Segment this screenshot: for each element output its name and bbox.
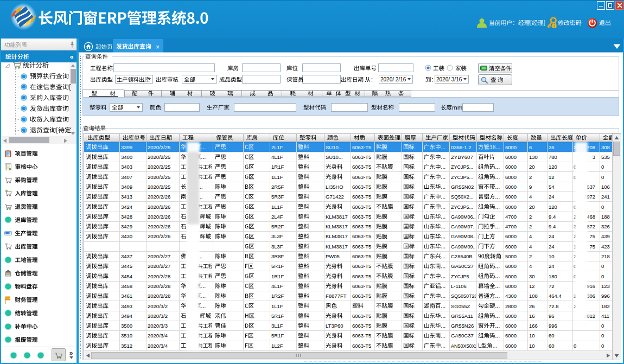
svg-text:3510: 3510 [121,333,132,339]
svg-text:3500: 3500 [121,323,132,329]
svg-text:2020/2/28: 2020/2/28 [148,273,170,279]
svg-text:1L2F: 1L2F [271,343,283,349]
svg-text:4700: 4700 [505,214,517,220]
svg-text:2020/2/28: 2020/2/28 [148,293,170,299]
svg-text:3399: 3399 [121,144,132,150]
svg-text:6000: 6000 [505,233,517,239]
svg-text:537: 537 [587,184,595,190]
svg-text:0: 0 [601,204,604,210]
svg-text:26: 26 [529,303,535,309]
svg-text:106: 106 [601,184,610,190]
svg-text:×: × [156,43,160,51]
svg-text:411: 411 [601,313,609,319]
svg-text:GA90M06...: GA90M06... [451,214,477,220]
svg-text:96: 96 [549,313,555,319]
svg-text:6063-T5: 6063-T5 [352,144,371,150]
svg-text:2: 2 [529,223,532,229]
svg-text:6063-T5: 6063-T5 [352,244,371,250]
svg-text:6000: 6000 [505,244,517,250]
svg-text:6000: 6000 [505,194,517,200]
svg-text:1L1F: 1L1F [271,303,283,309]
svg-text:1R1F: 1R1F [271,273,284,279]
svg-text:SU10...: SU10... [326,144,343,150]
svg-text:6000: 6000 [505,323,517,329]
svg-text:0: 0 [601,164,604,170]
svg-text:2020/3/4: 2020/3/4 [148,333,168,339]
svg-text:3400: 3400 [121,154,132,160]
svg-text:2020/3/3: 2020/3/3 [148,323,168,329]
svg-text:2: 2 [529,174,532,180]
svg-text:ZYBY607: ZYBY607 [451,154,473,160]
svg-text:2L4F: 2L4F [271,214,283,220]
svg-text:3494: 3494 [121,313,132,319]
svg-text:306: 306 [587,293,595,299]
svg-text:GR55A11: GR55A11 [451,313,473,319]
svg-text:2020/3/2: 2020/3/2 [148,303,168,309]
svg-text:5R1F: 5R1F [271,333,284,339]
svg-text:872: 872 [587,223,595,229]
svg-text:ZYCJP5...: ZYCJP5... [451,274,473,279]
svg-text:KLM3817: KLM3817 [326,214,348,220]
svg-text:3429: 3429 [121,223,132,229]
svg-text:L-1106: L-1106 [451,283,467,289]
svg-text:5000: 5000 [505,253,517,259]
svg-text:2020/2/26: 2020/2/26 [148,233,170,239]
svg-text:24: 24 [549,263,555,269]
svg-text:2800: 2800 [505,303,517,309]
svg-text:AN50X50X2: AN50X50X2 [451,343,478,349]
svg-text:439: 439 [601,233,610,239]
svg-text:54: 54 [549,184,555,190]
svg-text:3L3F: 3L3F [271,244,283,250]
svg-text:535: 535 [601,154,610,160]
svg-text:PW05: PW05 [326,253,340,259]
svg-text:0: 0 [601,323,604,329]
svg-text:10: 10 [529,333,535,339]
svg-text:6000: 6000 [505,204,517,210]
svg-text:3L1F: 3L1F [271,323,283,329]
svg-text:166: 166 [529,323,538,329]
svg-text:4L1F: 4L1F [271,283,283,289]
svg-text:ZYCJP5...: ZYCJP5... [451,205,473,210]
svg-text:GA90M08...: GA90M08... [451,234,477,239]
svg-text:2020/2/26: 2020/2/26 [148,204,170,210]
svg-text:6000: 6000 [505,313,517,319]
svg-text:6: 6 [529,144,532,150]
svg-text:6000: 6000 [505,263,517,269]
svg-text:6063-T5: 6063-T5 [352,263,371,269]
svg-text:188: 188 [601,214,610,220]
svg-text:6063-T5: 6063-T5 [352,333,371,339]
svg-text:6000: 6000 [505,174,517,180]
svg-text:423: 423 [601,244,610,250]
svg-text:0: 0 [601,174,604,180]
svg-text:6063-T5: 6063-T5 [352,174,371,180]
svg-text:3L3F: 3L3F [271,233,283,239]
svg-text:6063-T5: 6063-T5 [352,184,371,190]
svg-text:2020/2/26: 2020/2/26 [148,214,170,220]
svg-text:F8877FT: F8877FT [326,293,347,299]
svg-text:3437: 3437 [121,253,132,259]
svg-text:0: 0 [574,343,576,349]
svg-text:6063-T5: 6063-T5 [352,293,371,299]
svg-text:3454: 3454 [121,273,132,279]
svg-text:20: 20 [529,164,535,170]
svg-text:6063-T5: 6063-T5 [352,313,371,319]
svg-text:6000: 6000 [505,343,517,349]
svg-text:4: 4 [529,263,532,269]
svg-text:16: 16 [529,313,535,319]
svg-text:108: 108 [529,293,538,299]
svg-text:GA90M09...: GA90M09... [451,244,477,250]
svg-text:6000: 6000 [505,164,517,170]
svg-text:3: 3 [593,154,595,160]
svg-text:LI35HO: LI35HO [326,184,343,190]
svg-text:3512: 3512 [121,343,132,349]
svg-text:2020/2/26: 2020/2/26 [148,194,170,200]
svg-text:3R8F: 3R8F [271,253,284,259]
svg-text:2: 2 [529,253,532,259]
svg-text:6063-T5: 6063-T5 [352,214,371,220]
svg-text:30: 30 [529,273,535,279]
svg-text:75: 75 [589,233,595,239]
svg-text:6000: 6000 [505,273,517,279]
svg-text:996: 996 [549,323,557,329]
svg-text:GA50C37: GA50C37 [451,333,474,339]
svg-text:24: 24 [549,233,555,239]
